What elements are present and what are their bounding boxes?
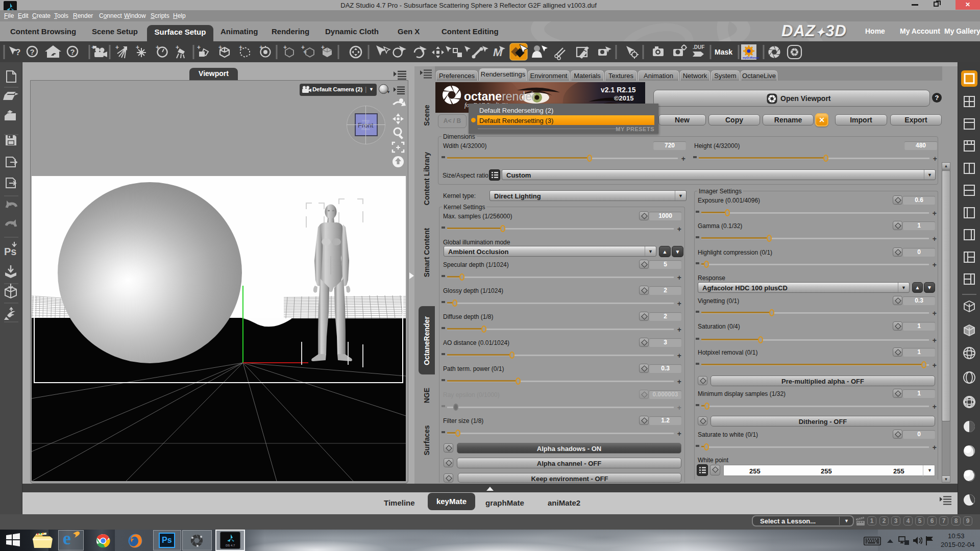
svg-text:®: ® [531,91,534,95]
svg-text:?: ? [30,47,35,56]
svg-text:v2.1 R2.15: v2.1 R2.15 [601,86,636,94]
svg-text:?: ? [70,47,75,56]
svg-text:Ps: Ps [4,246,16,257]
svg-text:©2015: ©2015 [614,94,634,102]
svg-text:+: + [176,44,179,51]
svg-text:?: ? [15,47,20,57]
svg-text:.DUF: .DUF [693,44,704,50]
svg-text:+: + [91,44,95,51]
svg-text:+: + [115,44,119,51]
svg-text:myOctRender: myOctRender [743,56,760,59]
svg-text:+: + [197,44,201,51]
svg-text:Mask: Mask [715,48,732,56]
